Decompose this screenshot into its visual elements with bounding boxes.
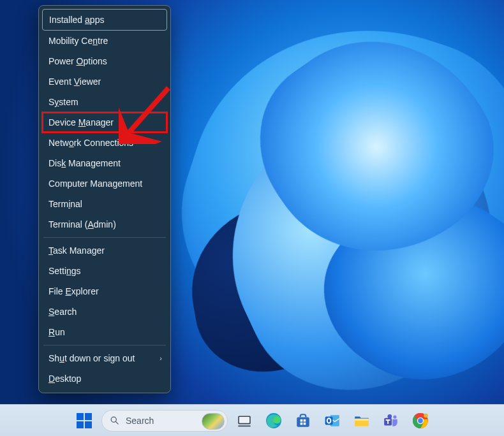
menu-item-settings[interactable]: Settings — [42, 261, 167, 281]
svg-rect-7 — [297, 417, 309, 426]
svg-rect-16 — [355, 418, 369, 420]
microsoft-store-icon[interactable] — [290, 408, 316, 433]
search-icon — [110, 416, 119, 425]
menu-item-task-manager[interactable]: Task Manager — [42, 240, 167, 261]
svg-point-23 — [424, 413, 428, 418]
chevron-right-icon: › — [159, 352, 162, 364]
menu-item-shut-down[interactable]: Shut down or sign out› — [42, 348, 167, 368]
svg-rect-9 — [304, 419, 306, 421]
svg-rect-4 — [239, 417, 249, 423]
file-explorer-icon[interactable] — [349, 408, 374, 433]
windows-logo-icon — [77, 413, 92, 428]
menu-item-search[interactable]: Search — [42, 302, 167, 322]
task-view-icon[interactable] — [232, 408, 257, 433]
teams-icon[interactable] — [378, 408, 404, 433]
menu-separator — [43, 345, 166, 345]
menu-item-power-options[interactable]: Power Options — [42, 51, 167, 71]
menu-item-computer-management[interactable]: Computer Management — [42, 173, 167, 194]
menu-item-disk-management[interactable]: Disk Management — [42, 153, 167, 173]
chrome-icon[interactable] — [408, 408, 433, 433]
menu-item-device-manager[interactable]: Device Manager — [42, 112, 167, 133]
menu-item-system[interactable]: System — [42, 92, 167, 112]
menu-item-file-explorer[interactable]: File Explorer — [42, 281, 167, 302]
search-highlights-thumb[interactable] — [202, 413, 225, 430]
search-placeholder: Search — [126, 416, 154, 426]
outlook-icon[interactable] — [320, 408, 345, 433]
menu-item-desktop[interactable]: Desktop — [42, 368, 167, 389]
menu-item-network-connections[interactable]: Network Connections — [42, 133, 167, 153]
winx-context-menu: Installed appsMobility CentrePower Optio… — [38, 5, 171, 393]
start-button[interactable] — [71, 407, 98, 434]
wallpaper-petal — [225, 0, 504, 298]
menu-item-terminal[interactable]: Terminal — [42, 194, 167, 214]
svg-rect-10 — [300, 422, 303, 425]
menu-item-installed-apps[interactable]: Installed apps — [42, 9, 167, 31]
menu-separator — [43, 237, 166, 238]
menu-item-event-viewer[interactable]: Event Viewer — [42, 71, 167, 92]
wallpaper-petal — [294, 154, 504, 420]
menu-item-run[interactable]: Run — [42, 322, 167, 342]
taskbar-search[interactable]: Search — [101, 410, 228, 432]
svg-rect-11 — [304, 422, 306, 425]
svg-rect-8 — [300, 419, 303, 421]
wallpaper-petal — [178, 191, 370, 382]
edge-icon[interactable] — [261, 408, 286, 433]
wallpaper-petal — [186, 71, 504, 426]
svg-point-17 — [393, 415, 396, 418]
svg-rect-5 — [238, 425, 251, 426]
svg-point-22 — [418, 418, 423, 423]
taskbar: Search — [0, 404, 504, 436]
svg-line-2 — [115, 421, 118, 424]
wallpaper-petal — [148, 0, 504, 400]
menu-item-mobility-centre[interactable]: Mobility Centre — [42, 31, 167, 51]
svg-point-18 — [387, 414, 392, 418]
menu-item-terminal-admin[interactable]: Terminal (Admin) — [42, 214, 167, 235]
